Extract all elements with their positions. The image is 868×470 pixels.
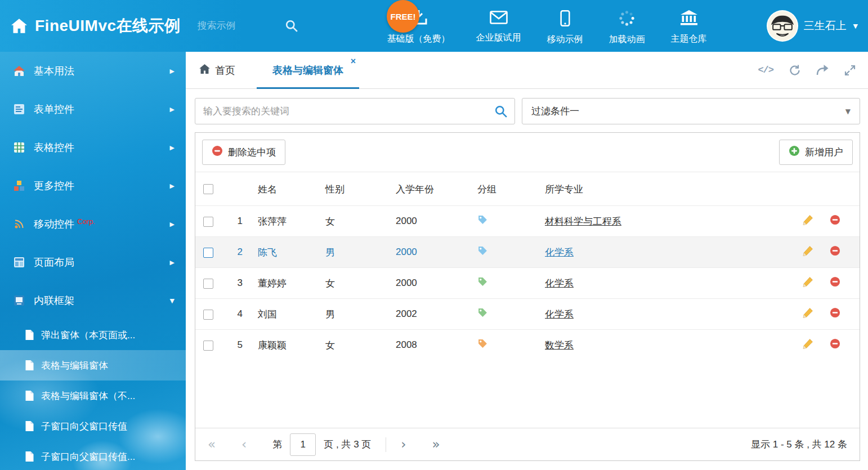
sidebar-subitem-child-to-parent-2[interactable]: 子窗口向父窗口传值... (0, 441, 186, 470)
nav-label: 主题仓库 (671, 33, 707, 45)
avatar (767, 10, 798, 42)
gender-cell: 女 (317, 268, 387, 299)
year-cell: 2000 (387, 237, 469, 268)
pager-divider (386, 437, 386, 452)
header-nav-mobile-demo[interactable]: 移动示例 (547, 10, 583, 46)
code-icon[interactable]: </> (758, 65, 773, 75)
nav-label: 移动示例 (547, 34, 583, 46)
home-icon[interactable] (11, 19, 27, 33)
row-checkbox[interactable] (203, 341, 213, 351)
row-checkbox[interactable] (203, 279, 213, 289)
major-link[interactable]: 材料科学与工程系 (545, 216, 621, 227)
first-page-icon[interactable]: « (208, 438, 216, 451)
edit-icon[interactable] (803, 338, 813, 352)
row-number: 2 (221, 237, 249, 268)
row-checkbox[interactable] (203, 310, 213, 320)
major-link[interactable]: 数学系 (545, 340, 574, 351)
major-link[interactable]: 化学系 (545, 309, 574, 320)
edit-icon[interactable] (803, 214, 813, 228)
edit-icon[interactable] (803, 245, 813, 259)
sidebar-subitem-child-to-parent[interactable]: 子窗口向父窗口传值 (0, 411, 186, 441)
tab-home[interactable]: 首页 (196, 52, 239, 88)
table-row[interactable]: 1 张萍萍 女 2000 材料科学与工程系 (195, 206, 860, 237)
major-link[interactable]: 化学系 (545, 247, 574, 258)
table-row[interactable]: 5 康颖颖 女 2008 数学系 (195, 330, 860, 361)
delete-icon[interactable] (830, 245, 840, 259)
sidebar-item-grid-controls[interactable]: 表格控件 ▶ (0, 128, 186, 167)
sidebar-subitem-grid-edit-window[interactable]: 表格与编辑窗体 (0, 350, 186, 381)
filter-dropdown-value: 过滤条件一 (531, 105, 579, 118)
name-cell: 陈飞 (249, 237, 317, 268)
prev-page-icon[interactable]: ‹ (241, 438, 247, 451)
edit-icon[interactable] (803, 307, 813, 321)
grid-search (195, 98, 515, 124)
sidebar-item-basic-usage[interactable]: 基本用法 ▶ (0, 52, 186, 90)
add-user-button[interactable]: 新增用户 (779, 140, 853, 165)
row-checkbox[interactable] (203, 248, 213, 258)
header-search-input[interactable] (198, 20, 282, 32)
gender-cell: 女 (317, 330, 387, 361)
caret-down-icon: ▼ (845, 108, 851, 115)
search-icon[interactable] (495, 105, 507, 120)
header-nav-loading-animation[interactable]: 加载动画 (609, 10, 645, 46)
next-page-icon[interactable]: › (401, 438, 406, 451)
close-icon[interactable]: × (351, 57, 356, 66)
header-nav-theme-store[interactable]: 主题仓库 (671, 10, 707, 45)
column-header-major: 所学专业 (536, 172, 781, 206)
delete-icon[interactable] (830, 338, 840, 352)
app-title: FineUIMvc在线示例 (35, 15, 181, 37)
table-row[interactable]: 3 董婷婷 女 2000 化学系 (195, 268, 860, 299)
expand-icon[interactable] (844, 65, 856, 76)
page-prefix: 第 (272, 438, 282, 451)
sidebar-subitem-grid-edit-window-2[interactable]: 表格与编辑窗体（不... (0, 381, 186, 411)
delete-selected-button[interactable]: 删除选中项 (202, 140, 285, 165)
tab-grid-edit-window[interactable]: 表格与编辑窗体 × (257, 52, 359, 88)
nav-label: 企业版试用 (476, 32, 521, 44)
delete-icon[interactable] (830, 276, 840, 290)
major-link[interactable]: 化学系 (545, 278, 574, 289)
sidebar-item-page-layout[interactable]: 页面布局 ▶ (0, 243, 186, 281)
filter-dropdown[interactable]: 过滤条件一 ▼ (522, 98, 860, 124)
header-nav-enterprise-trial[interactable]: 企业版试用 (476, 10, 521, 44)
column-header-year: 入学年份 (387, 172, 469, 206)
page-number-input[interactable] (290, 433, 316, 456)
sidebar-item-form-controls[interactable]: 表单控件 ▶ (0, 90, 186, 128)
corp-badge: Corp. (77, 217, 95, 226)
user-name: 三生石上 (804, 19, 847, 33)
row-number: 1 (221, 206, 249, 237)
row-checkbox[interactable] (203, 217, 213, 227)
edit-icon[interactable] (803, 276, 813, 290)
year-cell: 2008 (387, 330, 469, 361)
chevron-right-icon: ▶ (170, 68, 175, 75)
home-icon (199, 64, 210, 77)
tab-toolbar: </> (758, 52, 856, 88)
sidebar-item-label: 基本用法 (34, 64, 74, 78)
name-cell: 康颖颖 (249, 330, 317, 361)
last-page-icon[interactable]: » (432, 438, 440, 451)
gender-cell: 男 (317, 237, 387, 268)
plus-circle-icon (789, 145, 800, 159)
search-icon[interactable] (285, 20, 298, 32)
delete-icon[interactable] (830, 307, 840, 321)
sidebar-subitem-label: 弹出窗体（本页面或... (41, 329, 135, 342)
sidebar-subitem-popup-window[interactable]: 弹出窗体（本页面或... (0, 320, 186, 350)
header-search (198, 15, 307, 37)
sidebar-item-more-controls[interactable]: 更多控件 ▶ (0, 167, 186, 205)
file-icon (25, 451, 34, 462)
chevron-right-icon: ▶ (170, 221, 175, 228)
table-row[interactable]: 2 陈飞 男 2000 化学系 (195, 237, 860, 268)
home-icon (12, 66, 26, 76)
sidebar-item-inline-frame[interactable]: 内联框架 ▼ (0, 281, 186, 320)
year-cell: 2002 (387, 299, 469, 330)
sidebar-item-mobile-controls[interactable]: 移动控件 Corp. ▶ (0, 205, 186, 243)
name-cell: 刘国 (249, 299, 317, 330)
share-icon[interactable] (816, 65, 829, 75)
select-all-checkbox[interactable] (203, 184, 213, 194)
grid-search-input[interactable] (195, 99, 514, 124)
table-row[interactable]: 4 刘国 男 2002 化学系 (195, 299, 860, 330)
file-icon (25, 360, 34, 370)
refresh-icon[interactable] (789, 65, 800, 76)
delete-icon[interactable] (830, 214, 840, 228)
caret-down-icon: ▼ (170, 297, 175, 305)
user-menu[interactable]: 三生石上 ▼ (767, 10, 858, 42)
